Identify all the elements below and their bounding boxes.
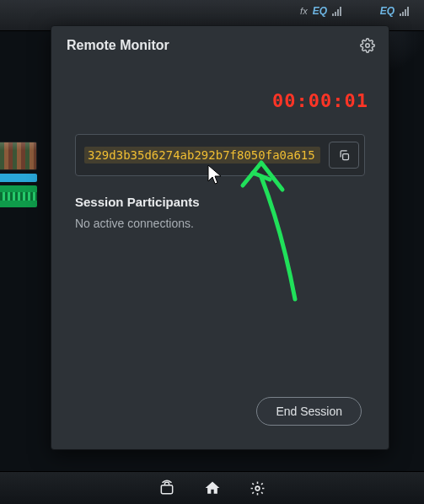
signal-bars-icon bbox=[400, 6, 409, 16]
gear-icon bbox=[360, 38, 375, 53]
end-session-button[interactable]: End Session bbox=[256, 397, 362, 426]
signal-bars-icon bbox=[332, 6, 341, 16]
copy-button[interactable] bbox=[329, 142, 359, 169]
session-id-box: 329d3b35d6274ab292b7f8050fa0a615 bbox=[75, 134, 365, 176]
settings-button[interactable] bbox=[360, 38, 375, 53]
briefcase-wifi-icon bbox=[158, 479, 175, 497]
marker-clip[interactable] bbox=[0, 174, 37, 182]
participants-status: No active connections. bbox=[75, 217, 194, 230]
gear-icon bbox=[250, 480, 266, 496]
channel-fx-eq-1[interactable]: fx EQ bbox=[300, 5, 341, 17]
session-timer: 00:00:01 bbox=[272, 90, 368, 111]
eq-label: EQ bbox=[313, 5, 327, 17]
eq-label: EQ bbox=[380, 5, 394, 17]
audio-clip[interactable] bbox=[0, 185, 37, 207]
svg-rect-2 bbox=[161, 485, 172, 494]
home-nav[interactable] bbox=[204, 480, 221, 496]
remote-monitor-nav[interactable] bbox=[158, 480, 175, 496]
timeline-clips bbox=[0, 142, 37, 211]
participants-heading: Session Participants bbox=[75, 195, 200, 209]
panel-title: Remote Monitor bbox=[67, 38, 169, 53]
home-icon bbox=[204, 480, 221, 496]
svg-point-0 bbox=[366, 44, 370, 48]
settings-nav[interactable] bbox=[250, 480, 266, 496]
svg-point-3 bbox=[255, 486, 260, 491]
session-id-value[interactable]: 329d3b35d6274ab292b7f8050fa0a615 bbox=[84, 147, 320, 164]
remote-monitor-panel: Remote Monitor 00:00:01 329d3b35d6274ab2… bbox=[51, 25, 389, 450]
bottom-toolbar bbox=[0, 471, 424, 504]
svg-rect-1 bbox=[342, 153, 348, 159]
video-clip[interactable] bbox=[0, 142, 37, 170]
copy-icon bbox=[338, 149, 351, 162]
fx-label: fx bbox=[300, 6, 308, 16]
channel-fx-eq-2[interactable]: EQ bbox=[380, 5, 409, 17]
